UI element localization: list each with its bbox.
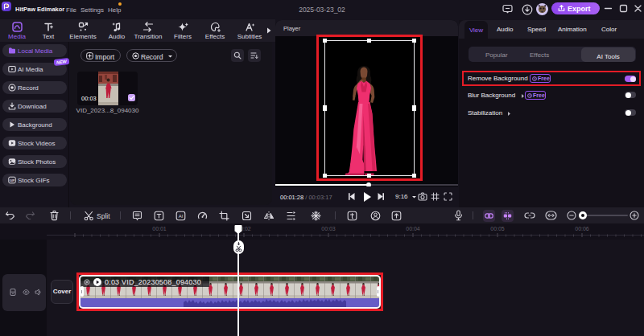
svg-text:00:03: 00:03: [321, 226, 336, 232]
svg-text:00:06: 00:06: [575, 226, 589, 232]
svg-text:00:05: 00:05: [490, 226, 505, 232]
svg-text:AI: AI: [179, 214, 184, 219]
svg-text:00:04: 00:04: [406, 226, 420, 232]
svg-text:00:01: 00:01: [152, 226, 167, 232]
svg-text:GIF: GIF: [10, 179, 15, 182]
